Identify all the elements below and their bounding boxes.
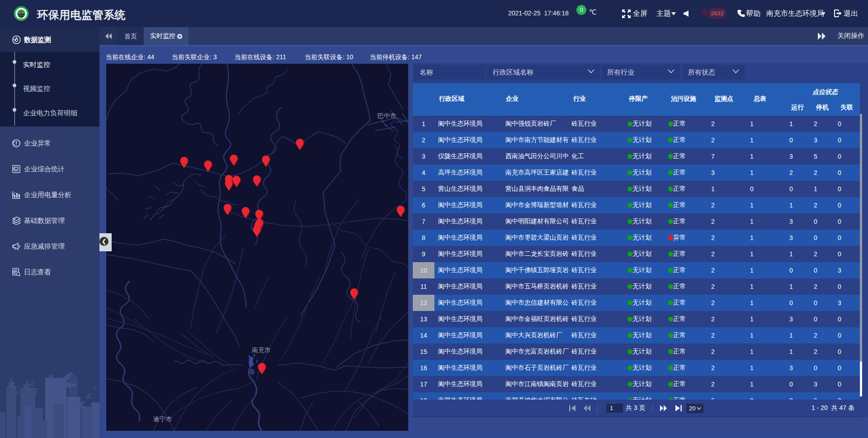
svg-text:遂宁市: 遂宁市 (153, 415, 172, 423)
svg-text:南充市: 南充市 (252, 346, 271, 353)
svg-text:巴中市: 巴中市 (377, 112, 396, 119)
